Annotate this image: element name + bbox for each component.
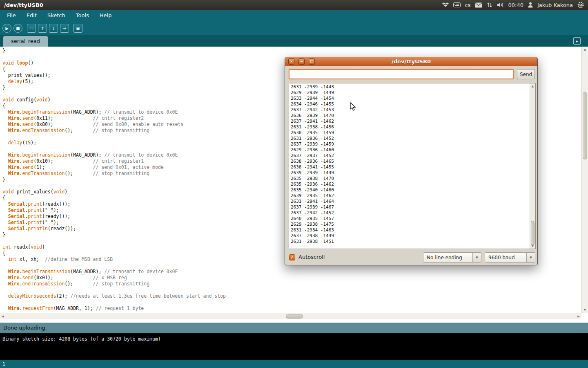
verify-button[interactable]: ▶ [2,24,11,33]
panel-indicators: cs 00:40 Jakub Kakona [442,2,588,8]
toolbar: ▶■□↑↓→▣ [0,21,588,35]
maximize-icon: □ [310,59,314,63]
horizontal-scroll-thumb[interactable] [286,314,303,319]
active-window-title: /dev/ttyUSB0 [0,2,43,8]
editor-horizontal-scrollbar[interactable]: ◀ ▶ [0,313,581,319]
baud-dropdown-icon[interactable]: ▼ [526,253,535,262]
line-ending-value: No line ending [423,255,472,260]
desktop: /dev/ttyUSB0 cs 00:40 Jakub Kakona [0,0,588,368]
code-line [2,287,581,293]
upload-icon: → [63,26,66,31]
serial-scroll-thumb[interactable] [531,221,535,245]
scroll-down-arrow[interactable]: ▼ [582,307,588,313]
serial-monitor-title: /dev/ttyUSB0 [285,58,537,65]
status-bar: Done uploading. [0,323,588,333]
volume-icon[interactable] [497,2,503,8]
open-icon: ↑ [41,26,44,31]
autoscroll-label: Autoscroll [298,254,325,260]
menu-item-file[interactable]: File [2,10,21,21]
close-icon: × [290,59,293,63]
tab-bar: serial_read ▸ [0,35,588,47]
editor-vertical-scrollbar[interactable]: ▲ ▼ [581,47,588,313]
minimize-icon: − [300,59,303,63]
user-icon[interactable] [528,2,533,8]
menubar: FileEditSketchToolsHelp [0,10,588,21]
tray-app-icon[interactable] [442,2,449,7]
serial-scroll-down-arrow[interactable]: ▼ [530,243,535,249]
code-line: } [2,48,581,54]
tab-menu-icon: ▸ [576,39,578,43]
console-line: Binary sketch size: 4208 bytes (of a 307… [2,336,586,342]
keyboard-layout-indicator[interactable]: cs [465,2,471,8]
upload-button[interactable]: → [60,24,69,33]
maximize-button[interactable]: □ [309,58,315,65]
serial-monitor-window: × − □ /dev/ttyUSB0 Send 2631 -2939 -1443… [285,57,538,265]
minimize-button[interactable]: − [298,58,305,65]
menu-item-help[interactable]: Help [94,10,117,21]
serial-monitor-button[interactable]: ▣ [74,24,82,33]
new-sketch-icon: □ [29,26,33,31]
serial-output-text: 2631 -2939 -1443 2629 -2939 -1449 2633 -… [291,84,334,245]
serial-output-area[interactable]: 2631 -2939 -1443 2629 -2939 -1449 2633 -… [289,83,536,249]
open-button[interactable]: ↑ [38,24,47,33]
baud-rate-value: 9600 baud [485,255,526,260]
line-ending-dropdown-icon[interactable]: ▼ [472,253,481,262]
code-line: Wire.requestFrom(MAG_ADDR, 1); // reques… [2,305,581,312]
menu-item-edit[interactable]: Edit [21,10,42,21]
send-button[interactable]: Send [517,69,535,79]
menu-item-tools[interactable]: Tools [71,10,94,21]
baud-rate-select[interactable]: 9600 baud ▼ [485,252,535,263]
session-gear-icon[interactable] [577,2,584,8]
username-indicator[interactable]: Jakub Kakona [537,2,573,8]
top-panel: /dev/ttyUSB0 cs 00:40 Jakub Kakona [0,0,588,10]
current-line-number: 1 [2,361,5,367]
vertical-scroll-thumb[interactable] [583,92,587,159]
line-ending-select[interactable]: No line ending ▼ [423,252,481,263]
line-number-bar: 1 [0,360,588,368]
serial-scroll-up-arrow[interactable]: ▲ [530,83,535,89]
tab-menu-button[interactable]: ▸ [573,37,581,45]
autoscroll-checkbox[interactable]: ✓ [289,254,295,260]
close-button[interactable]: × [288,58,294,65]
code-line: delayMicroseconds(2); //needs at least 1… [2,293,581,299]
stop-icon: ■ [16,26,20,31]
serial-send-input[interactable] [289,69,514,79]
serial-monitor-icon: ▣ [76,26,80,31]
code-line: Wire.send(0x01); // x MSB reg [2,275,581,281]
menu-item-sketch[interactable]: Sketch [42,10,71,21]
save-button[interactable]: ↓ [49,24,58,33]
scroll-up-arrow[interactable]: ▲ [582,47,588,52]
console-output: Binary sketch size: 4208 bytes (of a 307… [0,333,588,360]
code-line: Wire.beginTransmission(MAG_ADDR); // tra… [2,269,581,275]
verify-icon: ▶ [5,26,9,31]
status-text: Done uploading. [3,325,47,331]
code-line [2,299,581,305]
scroll-right-arrow[interactable]: ▶ [576,313,581,319]
tab-serial-read[interactable]: serial_read [3,36,48,47]
check-icon: ✓ [290,255,294,260]
save-icon: ↓ [52,26,55,31]
serial-monitor-titlebar[interactable]: × − □ /dev/ttyUSB0 [285,57,537,66]
scroll-left-arrow[interactable]: ◀ [0,313,6,319]
keyboard-icon[interactable] [453,2,461,7]
network-icon[interactable] [487,2,492,8]
code-line: Wire.endTransmission(); // stop transmit… [2,281,581,287]
mail-icon[interactable] [475,2,482,8]
new-sketch-button[interactable]: □ [27,24,36,33]
clock-indicator[interactable]: 00:40 [508,2,523,8]
stop-button[interactable]: ■ [13,24,22,33]
serial-scrollbar[interactable]: ▲ ▼ [530,83,535,249]
